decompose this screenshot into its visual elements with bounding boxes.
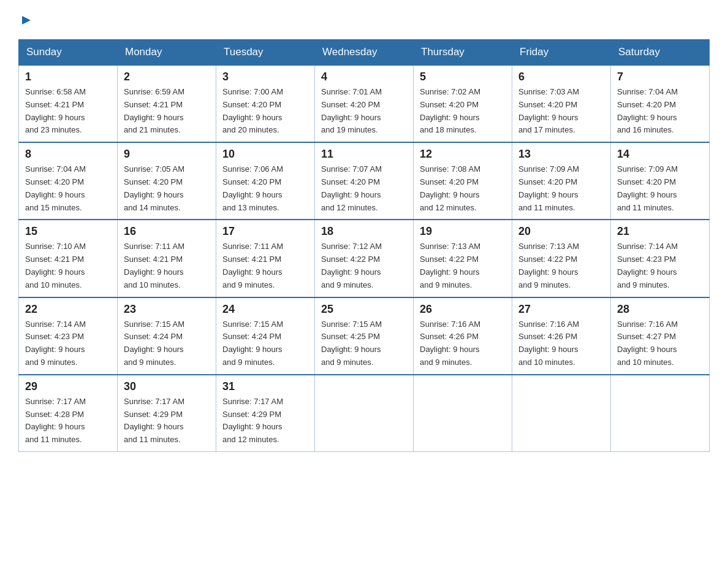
daylight-minutes: and 9 minutes. <box>420 280 472 289</box>
day-info: Sunrise: 7:07 AM Sunset: 4:20 PM Dayligh… <box>321 163 407 214</box>
day-info: Sunrise: 7:03 AM Sunset: 4:20 PM Dayligh… <box>518 86 604 137</box>
daylight-label: Daylight: 9 hours <box>222 267 282 277</box>
sunrise-label: Sunrise: 7:09 AM <box>617 164 678 174</box>
sunrise-label: Sunrise: 7:13 AM <box>420 242 480 251</box>
daylight-label: Daylight: 9 hours <box>124 345 184 354</box>
calendar-day-cell: 19 Sunrise: 7:13 AM Sunset: 4:22 PM Dayl… <box>414 220 512 297</box>
sunset-label: Sunset: 4:27 PM <box>617 332 676 341</box>
day-number: 19 <box>420 225 506 238</box>
sunrise-label: Sunrise: 7:14 AM <box>617 242 678 251</box>
daylight-minutes: and 9 minutes. <box>124 358 176 367</box>
day-of-week-header: Friday <box>512 40 611 66</box>
daylight-label: Daylight: 9 hours <box>321 113 381 122</box>
day-info: Sunrise: 7:01 AM Sunset: 4:20 PM Dayligh… <box>321 86 407 137</box>
calendar-day-cell: 26 Sunrise: 7:16 AM Sunset: 4:26 PM Dayl… <box>414 297 512 375</box>
day-number: 10 <box>222 148 308 161</box>
day-of-week-header: Saturday <box>611 40 710 66</box>
day-number: 1 <box>25 71 111 83</box>
sunrise-label: Sunrise: 7:16 AM <box>518 320 579 329</box>
sunrise-label: Sunrise: 7:17 AM <box>124 397 184 406</box>
day-number: 7 <box>617 71 703 83</box>
daylight-minutes: and 23 minutes. <box>25 125 82 134</box>
calendar-day-cell: 7 Sunrise: 7:04 AM Sunset: 4:20 PM Dayli… <box>611 65 710 142</box>
calendar-day-cell: 21 Sunrise: 7:14 AM Sunset: 4:23 PM Dayl… <box>611 220 710 297</box>
daylight-minutes: and 11 minutes. <box>25 435 82 444</box>
day-info: Sunrise: 7:14 AM Sunset: 4:23 PM Dayligh… <box>25 318 111 369</box>
daylight-minutes: and 20 minutes. <box>222 125 279 134</box>
day-number: 26 <box>420 303 506 316</box>
calendar-day-cell: 18 Sunrise: 7:12 AM Sunset: 4:22 PM Dayl… <box>315 220 414 297</box>
day-number: 29 <box>25 380 111 393</box>
sunrise-label: Sunrise: 7:10 AM <box>25 242 86 251</box>
daylight-label: Daylight: 9 hours <box>222 190 282 199</box>
calendar-week-row: 15 Sunrise: 7:10 AM Sunset: 4:21 PM Dayl… <box>19 220 710 297</box>
daylight-minutes: and 13 minutes. <box>222 203 279 212</box>
day-info: Sunrise: 7:09 AM Sunset: 4:20 PM Dayligh… <box>518 163 604 214</box>
daylight-label: Daylight: 9 hours <box>25 345 85 354</box>
sunrise-label: Sunrise: 7:17 AM <box>25 397 86 406</box>
daylight-minutes: and 9 minutes. <box>617 280 669 289</box>
sunrise-label: Sunrise: 7:09 AM <box>518 164 579 174</box>
day-number: 22 <box>25 303 111 316</box>
daylight-label: Daylight: 9 hours <box>518 345 578 354</box>
day-info: Sunrise: 7:05 AM Sunset: 4:20 PM Dayligh… <box>124 163 210 214</box>
sunrise-label: Sunrise: 7:15 AM <box>321 320 382 329</box>
daylight-minutes: and 11 minutes. <box>124 435 181 444</box>
daylight-minutes: and 21 minutes. <box>124 125 181 134</box>
calendar-day-cell: 8 Sunrise: 7:04 AM Sunset: 4:20 PM Dayli… <box>19 142 118 220</box>
page-header <box>18 12 710 27</box>
sunset-label: Sunset: 4:21 PM <box>25 255 84 264</box>
sunrise-label: Sunrise: 7:05 AM <box>124 164 184 174</box>
day-number: 6 <box>518 71 604 83</box>
sunrise-label: Sunrise: 7:11 AM <box>222 242 283 251</box>
day-info: Sunrise: 7:17 AM Sunset: 4:29 PM Dayligh… <box>124 396 210 446</box>
sunset-label: Sunset: 4:29 PM <box>124 410 183 419</box>
sunrise-label: Sunrise: 7:04 AM <box>617 87 678 96</box>
day-info: Sunrise: 7:12 AM Sunset: 4:22 PM Dayligh… <box>321 240 407 291</box>
day-info: Sunrise: 7:00 AM Sunset: 4:20 PM Dayligh… <box>222 86 308 137</box>
day-number: 5 <box>420 71 506 83</box>
day-number: 27 <box>518 303 604 316</box>
sunrise-label: Sunrise: 7:17 AM <box>222 397 283 406</box>
calendar-day-cell: 15 Sunrise: 7:10 AM Sunset: 4:21 PM Dayl… <box>19 220 118 297</box>
daylight-minutes: and 10 minutes. <box>25 280 82 289</box>
day-info: Sunrise: 7:14 AM Sunset: 4:23 PM Dayligh… <box>617 240 703 291</box>
calendar-week-row: 22 Sunrise: 7:14 AM Sunset: 4:23 PM Dayl… <box>19 297 710 375</box>
calendar-day-cell: 14 Sunrise: 7:09 AM Sunset: 4:20 PM Dayl… <box>611 142 710 220</box>
day-number: 25 <box>321 303 407 316</box>
daylight-label: Daylight: 9 hours <box>617 113 677 122</box>
sunrise-label: Sunrise: 7:08 AM <box>420 164 480 174</box>
daylight-label: Daylight: 9 hours <box>617 190 677 199</box>
daylight-label: Daylight: 9 hours <box>518 190 578 199</box>
day-info: Sunrise: 7:16 AM Sunset: 4:26 PM Dayligh… <box>518 318 604 369</box>
sunset-label: Sunset: 4:21 PM <box>124 255 183 264</box>
sunrise-label: Sunrise: 6:58 AM <box>25 87 86 96</box>
daylight-minutes: and 9 minutes. <box>420 358 472 367</box>
sunset-label: Sunset: 4:26 PM <box>518 332 577 341</box>
calendar-day-cell: 6 Sunrise: 7:03 AM Sunset: 4:20 PM Dayli… <box>512 65 611 142</box>
logo <box>18 12 33 27</box>
daylight-minutes: and 9 minutes. <box>25 358 77 367</box>
daylight-label: Daylight: 9 hours <box>25 190 85 199</box>
calendar-day-cell: 17 Sunrise: 7:11 AM Sunset: 4:21 PM Dayl… <box>216 220 315 297</box>
day-number: 17 <box>222 225 308 238</box>
daylight-minutes: and 10 minutes. <box>617 358 674 367</box>
calendar-week-row: 29 Sunrise: 7:17 AM Sunset: 4:28 PM Dayl… <box>19 375 710 452</box>
sunset-label: Sunset: 4:21 PM <box>25 100 84 109</box>
calendar-day-cell: 20 Sunrise: 7:13 AM Sunset: 4:22 PM Dayl… <box>512 220 611 297</box>
sunset-label: Sunset: 4:20 PM <box>321 100 380 109</box>
svg-marker-0 <box>22 16 31 25</box>
calendar-day-cell: 11 Sunrise: 7:07 AM Sunset: 4:20 PM Dayl… <box>315 142 414 220</box>
sunset-label: Sunset: 4:22 PM <box>321 255 380 264</box>
daylight-minutes: and 10 minutes. <box>124 280 181 289</box>
day-info: Sunrise: 7:06 AM Sunset: 4:20 PM Dayligh… <box>222 163 308 214</box>
sunset-label: Sunset: 4:23 PM <box>25 332 84 341</box>
daylight-minutes: and 9 minutes. <box>222 358 275 367</box>
sunset-label: Sunset: 4:25 PM <box>321 332 380 341</box>
day-number: 21 <box>617 225 703 238</box>
sunset-label: Sunset: 4:20 PM <box>617 177 676 186</box>
daylight-minutes: and 9 minutes. <box>321 358 373 367</box>
day-number: 3 <box>222 71 308 83</box>
calendar-day-cell <box>611 375 710 452</box>
day-number: 18 <box>321 225 407 238</box>
